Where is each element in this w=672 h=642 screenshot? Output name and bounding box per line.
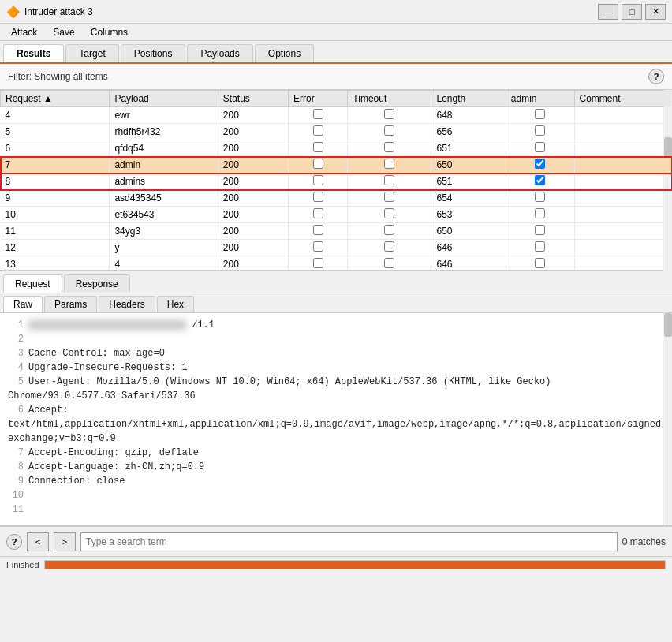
request-line: 7Accept-Encoding: gzip, deflate: [8, 446, 664, 460]
tab-response[interactable]: Response: [64, 274, 130, 293]
timeout-val[interactable]: [348, 256, 431, 272]
status-val: 200: [218, 107, 288, 124]
error-val[interactable]: [289, 256, 348, 272]
error-val[interactable]: [289, 207, 348, 223]
payload-val: ewr: [110, 107, 218, 124]
admin-val[interactable]: [506, 157, 574, 174]
menu-columns[interactable]: Columns: [83, 25, 136, 39]
col-status[interactable]: Status: [218, 91, 288, 107]
error-val[interactable]: [289, 157, 348, 174]
status-bar: Finished: [0, 556, 672, 572]
request-num: 7: [1, 157, 110, 174]
timeout-val[interactable]: [348, 190, 431, 207]
table-row[interactable]: 134200646: [1, 256, 672, 272]
request-line: 2: [8, 332, 664, 346]
timeout-val[interactable]: [348, 107, 431, 124]
sub-tab-hex[interactable]: Hex: [157, 296, 194, 312]
status-progress-fill: [45, 561, 665, 569]
status-val: 200: [218, 207, 288, 223]
request-num: 12: [1, 240, 110, 256]
error-val[interactable]: [289, 124, 348, 140]
nav-next-button[interactable]: >: [54, 532, 76, 551]
search-help-button[interactable]: ?: [6, 534, 22, 550]
timeout-val[interactable]: [348, 223, 431, 240]
tab-target[interactable]: Target: [65, 44, 118, 62]
sub-tab-raw[interactable]: Raw: [3, 296, 43, 312]
menu-bar: Attack Save Columns: [0, 24, 672, 41]
tab-positions[interactable]: Positions: [121, 44, 186, 62]
timeout-val[interactable]: [348, 240, 431, 256]
timeout-val[interactable]: [348, 207, 431, 223]
request-line: 4Upgrade-Insecure-Requests: 1: [8, 360, 664, 375]
timeout-val[interactable]: [348, 124, 431, 140]
error-val[interactable]: [289, 240, 348, 256]
table-row[interactable]: 8admins200651: [1, 174, 672, 190]
window-controls: — □ ✕: [598, 4, 666, 20]
request-num: 10: [1, 207, 110, 223]
admin-val[interactable]: [506, 190, 574, 207]
search-input[interactable]: [80, 532, 618, 551]
status-progress: [44, 560, 666, 569]
table-row[interactable]: 9asd435345200654: [1, 190, 672, 207]
table-row[interactable]: 1134yg3200650: [1, 223, 672, 240]
payload-val: 34yg3: [110, 223, 218, 240]
tab-options[interactable]: Options: [255, 44, 314, 62]
timeout-val[interactable]: [348, 140, 431, 157]
error-val[interactable]: [289, 107, 348, 124]
search-bar: ? < > 0 matches: [0, 526, 672, 556]
error-val[interactable]: [289, 174, 348, 190]
length-val: 656: [431, 124, 506, 140]
admin-val[interactable]: [506, 174, 574, 190]
timeout-val[interactable]: [348, 157, 431, 174]
table-row[interactable]: 7admin200650: [1, 157, 672, 174]
table-row[interactable]: 4ewr200648: [1, 107, 672, 124]
table-row[interactable]: 6qfdq54200651: [1, 140, 672, 157]
table-row[interactable]: 10et634543200653: [1, 207, 672, 223]
col-comment[interactable]: Comment: [574, 91, 671, 107]
main-tabs: Results Target Positions Payloads Option…: [0, 41, 672, 64]
length-val: 653: [431, 207, 506, 223]
tab-payloads[interactable]: Payloads: [187, 44, 252, 62]
error-val[interactable]: [289, 190, 348, 207]
maximize-button[interactable]: □: [622, 4, 642, 20]
request-line: 8Accept-Language: zh-CN,zh;q=0.9: [8, 460, 664, 474]
table-row[interactable]: 5rhdfh5r432200656: [1, 124, 672, 140]
admin-val[interactable]: [506, 256, 574, 272]
close-button[interactable]: ✕: [645, 4, 666, 20]
minimize-button[interactable]: —: [598, 4, 618, 20]
admin-val[interactable]: [506, 207, 574, 223]
table-row[interactable]: 12y200646: [1, 240, 672, 256]
results-table: Request ▲ Payload Status Error Timeout L…: [0, 90, 672, 271]
comment-val: [574, 140, 671, 157]
col-request[interactable]: Request ▲: [1, 91, 110, 107]
menu-save[interactable]: Save: [45, 25, 82, 39]
col-timeout[interactable]: Timeout: [348, 91, 431, 107]
col-error[interactable]: Error: [289, 91, 348, 107]
nav-prev-button[interactable]: <: [27, 532, 49, 551]
title-bar: 🔶 Intruder attack 3 — □ ✕: [0, 0, 672, 24]
error-val[interactable]: [289, 223, 348, 240]
request-body: 1 /1.123Cache-Control: max-age=04Upgrade…: [0, 313, 672, 526]
admin-val[interactable]: [506, 124, 574, 140]
filter-help-button[interactable]: ?: [648, 69, 664, 84]
tab-results[interactable]: Results: [3, 44, 64, 62]
tab-request[interactable]: Request: [3, 274, 62, 293]
sub-tab-params[interactable]: Params: [44, 296, 97, 312]
col-admin[interactable]: admin: [506, 91, 574, 107]
admin-val[interactable]: [506, 240, 574, 256]
request-line: 6Accept: text/html,application/xhtml+xml…: [8, 403, 664, 446]
results-container: Request ▲ Payload Status Error Timeout L…: [0, 90, 672, 271]
error-val[interactable]: [289, 140, 348, 157]
admin-val[interactable]: [506, 223, 574, 240]
menu-attack[interactable]: Attack: [3, 25, 45, 39]
sub-tab-headers[interactable]: Headers: [99, 296, 155, 312]
col-length[interactable]: Length: [431, 91, 506, 107]
filter-text: Filter: Showing all items: [8, 71, 108, 82]
request-scrollbar[interactable]: [663, 313, 672, 526]
comment-val: [574, 240, 671, 256]
timeout-val[interactable]: [348, 174, 431, 190]
admin-val[interactable]: [506, 140, 574, 157]
payload-val: et634543: [110, 207, 218, 223]
admin-val[interactable]: [506, 107, 574, 124]
col-payload[interactable]: Payload: [110, 91, 218, 107]
